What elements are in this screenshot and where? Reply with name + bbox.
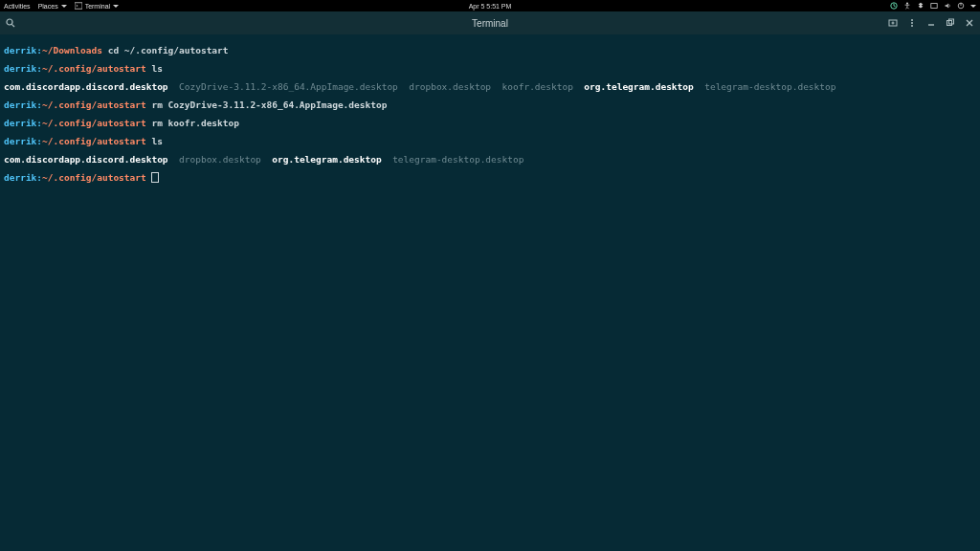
prompt-user: derrik: <box>4 63 42 74</box>
prompt-user: derrik: <box>4 172 42 183</box>
dropbox-tray-icon[interactable] <box>917 2 924 10</box>
terminal-line: derrik:~/.config/autostart rm koofr.desk… <box>4 119 976 128</box>
prompt-user: derrik: <box>4 118 42 128</box>
update-icon[interactable] <box>890 2 898 10</box>
topbar-left-group: Activities Places Terminal <box>4 2 119 10</box>
terminal-app-menu[interactable]: Terminal <box>75 2 119 10</box>
terminal-line: derrik:~/.config/autostart ls <box>4 64 976 74</box>
maximize-icon[interactable] <box>946 18 955 28</box>
volume-icon[interactable] <box>944 2 951 10</box>
svg-rect-3 <box>931 4 937 9</box>
window-header: Terminal <box>0 11 980 34</box>
prompt-path: ~/.config/autostart <box>42 136 146 146</box>
clock-label[interactable]: Apr 5 5:51 PM <box>469 3 512 10</box>
chevron-down-icon <box>113 5 119 8</box>
prompt-path: ~/.config/autostart <box>42 118 146 128</box>
ls-entry: com.discordapp.discord.desktop <box>4 154 168 165</box>
window-title: Terminal <box>472 18 508 29</box>
minimize-icon[interactable] <box>926 18 936 28</box>
menu-icon[interactable] <box>907 18 917 28</box>
activities-menu[interactable]: Activities <box>4 3 31 10</box>
command-text: ls <box>146 63 163 74</box>
command-text <box>146 172 152 183</box>
terminal-line: derrik:~/.config/autostart ls <box>4 137 976 146</box>
terminal-line: com.discordapp.discord.desktop dropbox.d… <box>4 155 976 165</box>
command-text: rm koofr.desktop <box>146 118 239 128</box>
svg-rect-0 <box>75 3 82 9</box>
ls-entry: telegram-desktop.desktop <box>704 81 835 92</box>
terminal-line: derrik:~/.config/autostart <box>4 173 976 183</box>
search-icon[interactable] <box>6 18 15 28</box>
terminal-output[interactable]: derrik:~/Downloads cd ~/.config/autostar… <box>0 34 980 551</box>
window-header-right <box>888 18 974 28</box>
svg-point-13 <box>911 25 913 27</box>
ls-entry: CozyDrive-3.11.2-x86_64.AppImage.desktop <box>179 81 398 92</box>
window-indicator-icon[interactable] <box>930 2 938 10</box>
svg-point-6 <box>7 19 12 25</box>
svg-point-2 <box>906 3 908 5</box>
ls-entry: dropbox.desktop <box>409 81 491 92</box>
close-icon[interactable] <box>965 18 974 28</box>
prompt-user: derrik: <box>4 99 42 110</box>
gnome-top-bar: Activities Places Terminal Apr 5 5:51 PM <box>0 0 980 11</box>
power-icon[interactable] <box>957 2 965 10</box>
ls-entry: dropbox.desktop <box>179 154 261 165</box>
svg-point-12 <box>911 22 913 24</box>
terminal-line: com.discordapp.discord.desktop CozyDrive… <box>4 82 976 92</box>
svg-line-7 <box>11 24 14 27</box>
chevron-down-icon <box>61 5 67 8</box>
prompt-user: derrik: <box>4 136 42 146</box>
prompt-user: derrik: <box>4 45 42 55</box>
command-text: cd ~/.config/autostart <box>102 45 229 55</box>
prompt-path: ~/.config/autostart <box>42 172 146 183</box>
ls-entry: org.telegram.desktop <box>272 154 381 165</box>
prompt-path: ~/.config/autostart <box>42 99 146 110</box>
command-text: ls <box>146 136 163 146</box>
ls-entry: koofr.desktop <box>502 81 573 92</box>
command-text: rm CozyDrive-3.11.2-x86_64.AppImage.desk… <box>146 99 388 110</box>
prompt-path: ~/Downloads <box>42 45 102 55</box>
window-header-left <box>6 18 15 28</box>
terminal-icon <box>75 2 82 10</box>
terminal-line: derrik:~/.config/autostart rm CozyDrive-… <box>4 100 976 110</box>
prompt-path: ~/.config/autostart <box>42 63 146 74</box>
terminal-app-label: Terminal <box>85 3 110 10</box>
svg-point-11 <box>911 19 913 21</box>
cursor-block <box>152 173 158 182</box>
ls-entry: telegram-desktop.desktop <box>392 154 523 165</box>
places-menu[interactable]: Places <box>38 3 67 10</box>
terminal-line: derrik:~/Downloads cd ~/.config/autostar… <box>4 46 976 55</box>
accessibility-icon[interactable] <box>903 2 911 10</box>
activities-label: Activities <box>4 3 31 10</box>
ls-entry: com.discordapp.discord.desktop <box>4 81 168 92</box>
new-tab-icon[interactable] <box>888 18 898 28</box>
ls-entry: org.telegram.desktop <box>584 81 693 92</box>
chevron-down-icon[interactable] <box>970 5 976 8</box>
places-label: Places <box>38 3 58 10</box>
topbar-right-group <box>890 2 976 10</box>
